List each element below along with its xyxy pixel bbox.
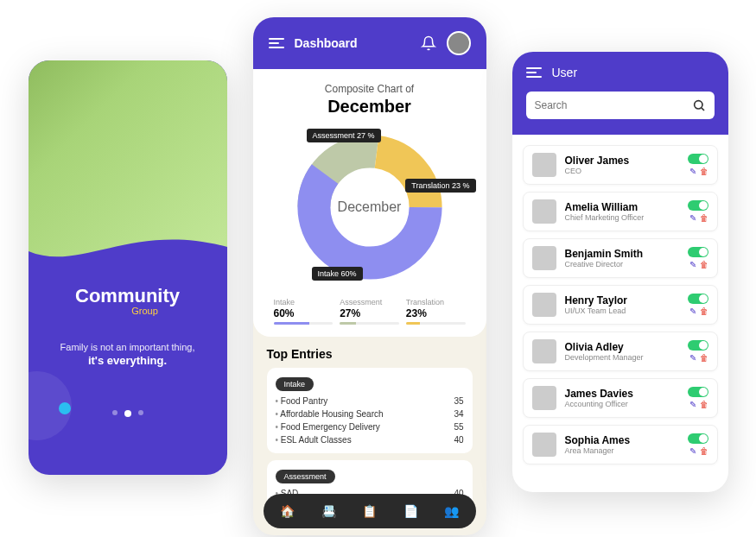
chip-translation: Translation 23 %	[405, 179, 475, 193]
toggle-switch[interactable]	[688, 247, 708, 257]
entry-name: ESL Adult Classes	[276, 435, 352, 445]
entry-value: 35	[454, 396, 463, 406]
legend-item: Translation 23%	[403, 298, 469, 325]
dot[interactable]	[138, 410, 143, 415]
search-icon[interactable]	[692, 98, 706, 112]
chart-title: Composite Chart of	[264, 83, 476, 95]
bell-icon[interactable]	[421, 35, 436, 51]
logo-text: Community	[46, 285, 210, 307]
dashboard-header: Dashboard	[253, 17, 486, 69]
tagline-1: Family is not an important thing,	[46, 342, 210, 352]
legend-value: 23%	[406, 307, 466, 319]
toggle-switch[interactable]	[688, 387, 708, 397]
top-entries-title: Top Entries	[267, 347, 473, 361]
entry-value: 55	[454, 422, 463, 432]
user-name: Sophia Ames	[565, 434, 679, 446]
chip-assessment: Assessment 27 %	[307, 129, 381, 142]
legend-label: Translation	[406, 298, 466, 306]
toggle-switch[interactable]	[688, 154, 708, 164]
avatar	[532, 153, 556, 177]
dot-active[interactable]	[124, 410, 131, 417]
avatar	[532, 293, 556, 317]
delete-icon[interactable]: 🗑	[700, 260, 708, 269]
toggle-switch[interactable]	[688, 200, 708, 211]
nav-calendar-icon[interactable]: 📇	[320, 502, 337, 520]
user-name: James Davies	[565, 388, 679, 400]
avatar	[532, 433, 556, 457]
avatar[interactable]	[447, 31, 471, 55]
entry-row: Affordable Housing Search34	[276, 407, 464, 420]
user-card[interactable]: Henry Taylor UI/UX Team Lead ✎ 🗑	[523, 285, 718, 325]
menu-icon[interactable]	[526, 67, 542, 78]
entry-row: Food Emergency Delivery55	[276, 420, 464, 433]
edit-icon[interactable]: ✎	[689, 446, 696, 456]
entry-name: Affordable Housing Search	[276, 409, 384, 419]
user-name: Benjamin Smith	[565, 248, 679, 260]
legend-label: Assessment	[340, 298, 399, 306]
user-card[interactable]: Benjamin Smith Creative Director ✎ 🗑	[523, 238, 718, 278]
user-list: Oliver James CEO ✎ 🗑 Amelia William Chie…	[512, 135, 728, 482]
edit-icon[interactable]: ✎	[689, 400, 696, 409]
edit-icon[interactable]: ✎	[689, 213, 696, 223]
page-title: Dashboard	[295, 36, 410, 50]
nav-users-icon[interactable]: 👥	[443, 502, 461, 520]
menu-icon[interactable]	[269, 38, 284, 48]
avatar	[532, 386, 556, 410]
toggle-switch[interactable]	[688, 433, 708, 444]
edit-icon[interactable]: ✎	[689, 167, 696, 176]
donut-center-label: December	[338, 199, 402, 215]
user-role: Chief Marketing Officer	[565, 213, 679, 222]
user-card[interactable]: James Davies Accounting Officer ✎ 🗑	[523, 378, 718, 418]
user-role: Creative Director	[565, 260, 679, 268]
user-name: Amelia William	[565, 201, 679, 213]
entry-chip: Assessment	[276, 470, 335, 483]
nav-notes-icon[interactable]: 📋	[361, 502, 378, 520]
entry-name: Food Emergency Delivery	[276, 422, 380, 432]
edit-icon[interactable]: ✎	[689, 353, 696, 363]
edit-icon[interactable]: ✎	[689, 306, 696, 316]
user-card[interactable]: Olivia Adley Development Manager ✎ 🗑	[523, 332, 718, 371]
entry-value: 34	[454, 409, 463, 419]
search-input[interactable]	[535, 99, 692, 111]
search-box[interactable]	[526, 92, 715, 119]
edit-icon[interactable]: ✎	[689, 260, 696, 269]
entry-name: Food Pantry	[276, 396, 328, 406]
tagline-2: it's everything.	[46, 354, 210, 367]
legend-value: 27%	[340, 307, 399, 319]
user-role: Area Manager	[565, 446, 679, 455]
delete-icon[interactable]: 🗑	[700, 353, 708, 363]
toggle-switch[interactable]	[688, 294, 708, 304]
user-role: Accounting Officer	[565, 400, 679, 408]
bottom-nav: 🏠 📇 📋 📄 👥	[264, 494, 476, 528]
user-name: Henry Taylor	[565, 294, 679, 306]
legend-value: 60%	[274, 307, 334, 319]
dot[interactable]	[112, 410, 118, 415]
user-name: Olivia Adley	[565, 341, 679, 353]
donut-chart: December Assessment 27 % Translation 23 …	[288, 125, 452, 289]
legend-item: Assessment 27%	[336, 298, 403, 325]
page-title: User	[552, 66, 578, 79]
user-card[interactable]: Amelia William Chief Marketing Officer ✎…	[523, 192, 718, 231]
chart-month: December	[264, 97, 476, 117]
users-header: User	[512, 52, 728, 135]
dashboard-screen: Dashboard Composite Chart of December De…	[253, 17, 486, 535]
delete-icon[interactable]: 🗑	[700, 306, 708, 316]
delete-icon[interactable]: 🗑	[700, 213, 708, 223]
delete-icon[interactable]: 🗑	[700, 446, 708, 456]
delete-icon[interactable]: 🗑	[700, 167, 708, 176]
toggle-switch[interactable]	[688, 340, 708, 351]
user-card[interactable]: Sophia Ames Area Manager ✎ 🗑	[523, 425, 718, 464]
user-name: Oliver James	[565, 155, 679, 167]
user-card[interactable]: Oliver James CEO ✎ 🗑	[523, 145, 718, 185]
legend-label: Intake	[274, 298, 334, 306]
nav-doc-icon[interactable]: 📄	[402, 502, 419, 520]
decorative-circle	[59, 402, 71, 414]
delete-icon[interactable]: 🗑	[700, 400, 708, 409]
entry-value: 40	[454, 435, 463, 445]
chart-legend: Intake 60% Assessment 27% Translation 23…	[264, 298, 476, 325]
nav-home-icon[interactable]: 🏠	[279, 502, 296, 520]
logo-subtext: Group	[80, 306, 210, 316]
hero-image	[29, 60, 227, 268]
entry-chip: Intake	[276, 377, 314, 391]
avatar	[532, 339, 556, 363]
